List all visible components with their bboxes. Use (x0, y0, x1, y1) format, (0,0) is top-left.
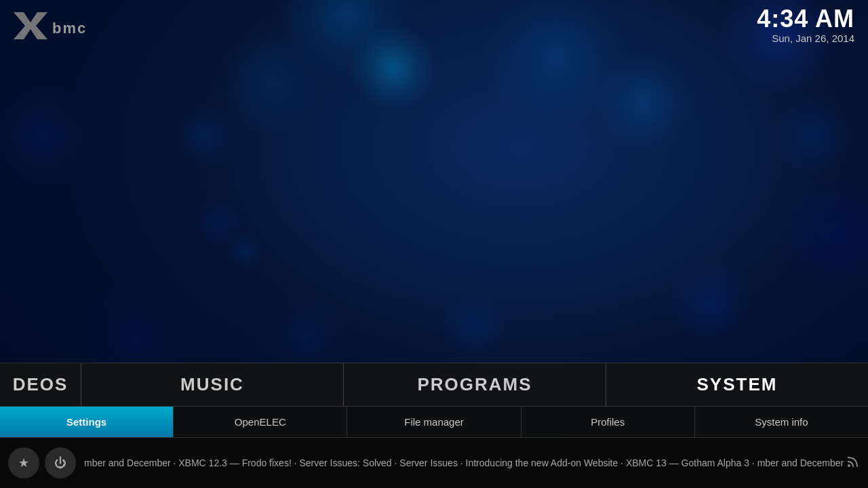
nav-item-music[interactable]: MUSIC (81, 363, 344, 406)
bokeh-circle (224, 230, 264, 271)
nav-bar: DEOS MUSIC PROGRAMS SYSTEM (0, 363, 868, 407)
xbmc-logo: bmc (10, 9, 92, 43)
rss-icon (846, 455, 868, 471)
svg-point-2 (848, 464, 850, 467)
bokeh-circle (170, 102, 237, 169)
ticker-bar: ★ ⏻ mber and December · XBMC 12.3 — Frod… (0, 437, 868, 488)
ticker-text: mber and December · XBMC 12.3 — Frodo fi… (84, 458, 846, 468)
svg-text:bmc: bmc (52, 20, 87, 37)
logo-area: bmc (10, 7, 92, 44)
subnav-bar: Settings OpenELEC File manager Profiles … (0, 407, 868, 437)
bokeh-circle (349, 24, 437, 112)
subnav-systeminfo[interactable]: System info (695, 407, 868, 437)
subnav-profiles[interactable]: Profiles (521, 407, 695, 437)
power-button[interactable]: ⏻ (45, 447, 76, 479)
bokeh-circle (773, 95, 854, 176)
bokeh-circle (441, 291, 509, 359)
svg-marker-0 (14, 12, 47, 39)
nav-item-system[interactable]: SYSTEM (606, 363, 868, 406)
ticker-scroll: mber and December · XBMC 12.3 — Frodo fi… (84, 458, 846, 468)
clock-date: Sun, Jan 26, 2014 (757, 33, 854, 44)
subnav-filemanager[interactable]: File manager (347, 407, 521, 437)
nav-item-videos[interactable]: DEOS (0, 363, 81, 406)
clock-time: 4:34 AM (757, 5, 854, 33)
power-icon: ⏻ (54, 456, 66, 470)
subnav-settings[interactable]: Settings (0, 407, 174, 437)
bokeh-circle (0, 81, 95, 190)
favorites-button[interactable]: ★ (8, 447, 39, 479)
star-icon: ★ (18, 455, 29, 470)
ticker-buttons: ★ ⏻ (0, 447, 84, 479)
bokeh-circle (593, 51, 695, 152)
bokeh-circle (773, 169, 868, 305)
bokeh-circle (668, 261, 756, 349)
subnav-openelec[interactable]: OpenELEC (174, 407, 347, 437)
nav-item-programs[interactable]: PROGRAMS (344, 363, 606, 406)
clock-area: 4:34 AM Sun, Jan 26, 2014 (757, 5, 854, 44)
